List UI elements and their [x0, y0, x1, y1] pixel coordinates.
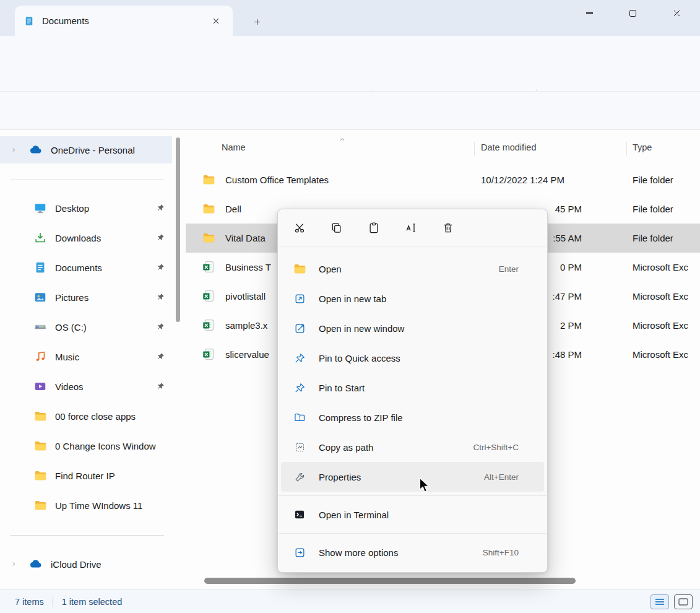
item-count: 7 items [15, 597, 44, 607]
context-menu: Open Enter Open in new tab Open in new w… [277, 209, 548, 573]
status-divider [53, 597, 53, 607]
file-name: Custom Office Templates [225, 165, 329, 194]
copy-button[interactable] [323, 215, 350, 240]
context-menu-item-open-in-new-tab[interactable]: Open in new tab [281, 284, 544, 313]
sidebar-item-icloud[interactable]: iCloud Drive [0, 549, 186, 579]
paste-icon [368, 222, 380, 234]
column-separator[interactable] [474, 142, 475, 155]
column-header-date-modified[interactable]: Date modified [481, 142, 536, 152]
thumbnail-view-toggle[interactable] [674, 594, 693, 609]
new-tab-button[interactable] [246, 12, 267, 31]
sidebar-item-label: 0 Change Icons Window [55, 441, 156, 451]
sidebar-divider [10, 535, 164, 536]
details-view-toggle[interactable] [650, 594, 669, 609]
column-separator[interactable] [626, 142, 627, 155]
file-type: File folder [633, 224, 700, 253]
sidebar-item-folder[interactable]: 00 force close apps [0, 401, 186, 431]
menu-separator [279, 495, 547, 496]
downloads-icon [33, 231, 47, 245]
sidebar-item-label: Up Time WIndows 11 [55, 500, 142, 511]
context-menu-item-pin-to-quick-access[interactable]: Pin to Quick access [281, 343, 544, 373]
tab-close-button[interactable] [208, 13, 224, 29]
title-bar: Documents [0, 0, 700, 36]
minimize-button[interactable] [575, 0, 603, 26]
music-icon [33, 350, 47, 363]
folder-open-icon [293, 262, 306, 276]
delete-icon [442, 222, 454, 234]
maximize-button[interactable] [618, 0, 647, 26]
sidebar-item-label: OneDrive - Personal [51, 145, 135, 155]
rename-button[interactable] [397, 215, 425, 240]
sidebar-item-folder[interactable]: Up Time WIndows 11 [0, 490, 186, 520]
sort-ascending-icon [338, 135, 347, 144]
explorer-tab-documents[interactable]: Documents [15, 6, 233, 36]
file-name: pivotlistall [225, 282, 266, 311]
context-menu-item-properties[interactable]: Properties Alt+Enter [281, 462, 544, 492]
file-name: Dell [225, 194, 241, 224]
sidebar-item-os-c[interactable]: OS (C:) [0, 312, 186, 342]
context-menu-item-compress-to-zip[interactable]: Compress to ZIP file [281, 402, 544, 432]
sidebar-item-downloads[interactable]: Downloads [0, 223, 186, 253]
context-menu-item-copy-as-path[interactable]: Copy as path Ctrl+Shift+C [281, 432, 544, 462]
copy-path-icon [293, 440, 306, 454]
sidebar-item-folder[interactable]: 0 Change Icons Window [0, 431, 186, 461]
context-menu-item-open[interactable]: Open Enter [281, 254, 544, 284]
context-menu-item-open-in-new-window[interactable]: Open in new window [281, 313, 544, 343]
file-name: Business T [225, 253, 271, 282]
pin-icon [156, 203, 165, 212]
paste-button[interactable] [360, 215, 387, 240]
sidebar-item-label: Music [55, 352, 79, 362]
open-new-tab-icon [293, 292, 306, 305]
menu-item-label: Show more options [319, 547, 483, 558]
context-menu-item-open-in-terminal[interactable]: Open in Terminal [281, 500, 544, 529]
horizontal-scrollbar[interactable] [204, 578, 576, 584]
file-row-custom-office-templates[interactable]: Custom Office Templates 10/12/2022 1:24 … [186, 165, 700, 194]
sidebar-item-pictures[interactable]: Pictures [0, 282, 186, 312]
column-header-name[interactable]: Name [222, 142, 246, 152]
excel-icon [202, 347, 215, 361]
sidebar-scrollbar[interactable] [176, 137, 180, 322]
folder-icon [33, 498, 47, 512]
sidebar-item-desktop[interactable]: Desktop [0, 193, 186, 223]
sidebar-item-music[interactable]: Music [0, 342, 186, 372]
menu-item-label: Pin to Quick access [319, 353, 519, 363]
file-type: Microsoft Exc [633, 311, 700, 340]
show-more-icon [293, 546, 306, 559]
sidebar-item-videos[interactable]: Videos [0, 372, 186, 401]
file-name: Vital Data [225, 224, 266, 253]
column-headers: Name Date modified Type [186, 137, 700, 160]
cut-button[interactable] [286, 215, 313, 240]
close-window-button[interactable] [662, 0, 691, 26]
pin-icon [293, 351, 306, 365]
properties-icon [293, 470, 306, 484]
menu-item-label: Pin to Start [319, 383, 519, 393]
menu-item-label: Open in new window [319, 323, 519, 334]
sidebar-item-label: Find Router IP [55, 471, 115, 481]
menu-item-shortcut: Ctrl+Shift+C [473, 443, 519, 452]
sidebar-item-label: Desktop [55, 203, 89, 214]
menu-item-label: Copy as path [319, 442, 473, 453]
sidebar-item-documents[interactable]: Documents [0, 253, 186, 282]
sidebar-item-label: OS (C:) [55, 322, 87, 333]
list-lines-icon [655, 598, 665, 606]
pin-icon [156, 292, 165, 302]
menu-separator [279, 533, 547, 534]
column-header-type[interactable]: Type [633, 142, 652, 152]
pin-icon [156, 233, 165, 242]
sidebar-item-label: Downloads [55, 233, 101, 243]
menu-item-label: Open in new tab [319, 293, 519, 304]
delete-button[interactable] [434, 215, 462, 240]
context-menu-item-pin-to-start[interactable]: Pin to Start [281, 373, 544, 402]
sidebar-item-onedrive[interactable]: OneDrive - Personal [0, 136, 172, 163]
cut-icon [293, 222, 306, 234]
chevron-right-icon[interactable] [10, 560, 17, 568]
sidebar-divider [10, 180, 164, 180]
chevron-right-icon[interactable] [10, 146, 17, 154]
context-menu-item-show-more-options[interactable]: Show more options Shift+F10 [281, 537, 544, 567]
excel-icon [202, 318, 215, 332]
menu-item-label: Compress to ZIP file [319, 412, 519, 423]
pin-icon [156, 263, 165, 272]
file-type: Microsoft Exc [633, 340, 700, 369]
navigation-bar: ← → ↑ Brian... Docum... [0, 92, 700, 130]
sidebar-item-folder[interactable]: Find Router IP [0, 461, 186, 490]
